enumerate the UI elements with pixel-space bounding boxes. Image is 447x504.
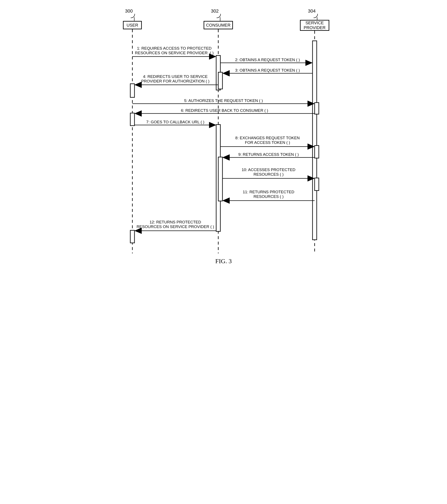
- svg-rect-6: [130, 84, 134, 97]
- msg-7: 7: GOES TO CALLBACK URL ( ): [135, 120, 215, 124]
- sequence-diagram: 300 302 304 USER CONSUMER SERVICE PROVID…: [113, 8, 334, 270]
- msg-6: 6: REDIRECTS USER BACK TO CONSUMER ( ): [134, 108, 315, 113]
- msg-12: 12: RETURNS PROTECTED RESOURCES ON SERVI…: [134, 220, 216, 229]
- svg-rect-7: [315, 103, 319, 114]
- svg-rect-10: [315, 145, 319, 158]
- msg-4: 4: REDIRECTS USER TO SERVICE PROVIDER FO…: [135, 74, 215, 84]
- figure-caption: FIG. 3: [113, 258, 334, 265]
- msg-3: 3: OBTAINS A REQUEST TOKEN ( ): [223, 68, 313, 73]
- msg-9: 9: RETURNS ACCESS TOKEN ( ): [224, 152, 314, 157]
- msg-11: 11: RETURNS PROTECTED RESOURCES ( ): [224, 190, 314, 199]
- msg-8: 8: EXCHANGES REQUEST TOKEN FOR ACCESS TO…: [223, 136, 313, 145]
- svg-rect-3: [313, 41, 317, 240]
- svg-rect-11: [218, 157, 223, 201]
- msg-2: 2: OBTAINS A REQUEST TOKEN ( ): [223, 58, 313, 62]
- svg-rect-8: [130, 113, 134, 126]
- msg-10: 10: ACCESSES PROTECTED RESOURCES ( ): [224, 167, 314, 177]
- msg-1: 1: REQUIRES ACCESS TO PROTECTED RESOURCE…: [134, 46, 214, 55]
- svg-rect-5: [218, 72, 223, 89]
- svg-rect-13: [130, 230, 134, 243]
- svg-rect-12: [315, 178, 319, 191]
- msg-5: 5: AUTHORIZES THE REQUEST TOKEN ( ): [133, 98, 314, 103]
